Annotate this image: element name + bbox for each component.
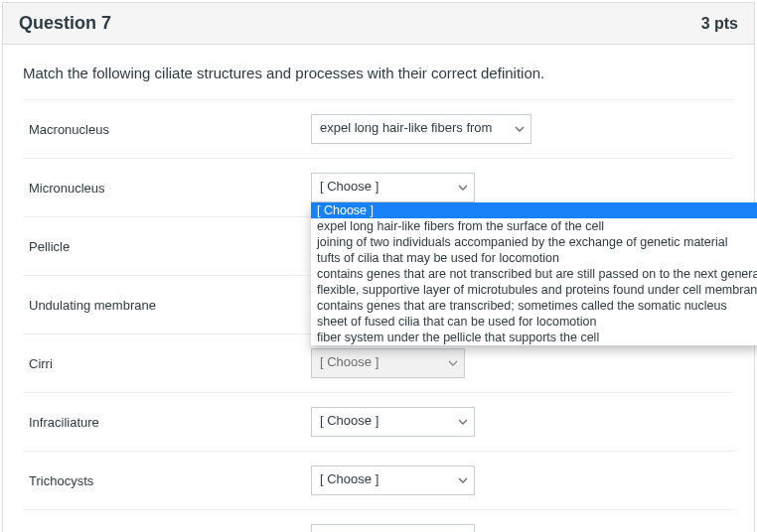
dropdown-option[interactable]: fiber system under the pellicle that sup… [311, 330, 757, 345]
question-points: 3 pts [701, 15, 738, 33]
match-select[interactable]: [ Choose ] [311, 348, 465, 378]
question-body: Match the following ciliate structures a… [3, 45, 754, 532]
match-row: Trichocysts [ Choose ] [23, 451, 734, 509]
select-value: [ Choose ] [320, 413, 378, 428]
match-row: Conjugation [ Choose ] [23, 509, 734, 532]
select-wrap: [ Choose ] [ Choose ] expel long hair-li… [311, 173, 475, 202]
chevron-down-icon [458, 417, 468, 427]
match-select[interactable]: [ Choose ] [311, 466, 475, 495]
select-value: [ Choose ] [320, 471, 378, 486]
match-select[interactable]: [ Choose ] [311, 407, 475, 437]
select-wrap: [ Choose ] [311, 466, 475, 495]
question-title: Question 7 [19, 13, 111, 34]
match-row: Micronucleus [ Choose ] [ Choose ] expel… [23, 158, 734, 216]
dropdown-option[interactable]: contains genes that are transcribed; som… [311, 298, 757, 314]
chevron-down-icon [458, 183, 468, 193]
chevron-down-icon [448, 358, 458, 368]
match-label: Infraciliature [23, 415, 311, 430]
dropdown-listbox[interactable]: [ Choose ] expel long hair-like fibers f… [311, 202, 757, 345]
question-prompt: Match the following ciliate structures a… [23, 65, 734, 81]
dropdown-option[interactable]: sheet of fused cilia that can be used fo… [311, 314, 757, 330]
select-value: [ Choose ] [320, 354, 378, 369]
match-select[interactable]: [ Choose ] [311, 524, 475, 532]
select-wrap: [ Choose ] [311, 407, 475, 437]
match-label: Micronucleus [23, 181, 311, 196]
select-value: expel long hair-like fibers from [320, 120, 492, 135]
match-row: Macronucleus expel long hair-like fibers… [23, 99, 734, 158]
chevron-down-icon [515, 124, 525, 134]
select-wrap: [ Choose ] [311, 524, 475, 532]
dropdown-option[interactable]: tufts of cilia that may be used for loco… [311, 250, 757, 266]
select-wrap: expel long hair-like fibers from [311, 114, 531, 144]
match-label: Macronucleus [23, 122, 311, 137]
match-label: Trichocysts [23, 473, 311, 488]
dropdown-option[interactable]: expel long hair-like fibers from the sur… [311, 218, 757, 234]
match-label: Undulating membrane [23, 298, 311, 313]
match-select[interactable]: expel long hair-like fibers from [311, 114, 531, 144]
question-header: Question 7 3 pts [3, 3, 754, 45]
dropdown-option[interactable]: joining of two individuals accompanied b… [311, 234, 757, 250]
chevron-down-icon [458, 475, 468, 485]
match-select[interactable]: [ Choose ] [311, 173, 475, 202]
select-value: [ Choose ] [320, 179, 378, 194]
match-label: Cirri [23, 356, 311, 371]
match-row: Infraciliature [ Choose ] [23, 392, 734, 451]
select-wrap: [ Choose ] [311, 348, 465, 378]
dropdown-option[interactable]: flexible, supportive layer of microtubul… [311, 282, 757, 298]
dropdown-option[interactable]: [ Choose ] [311, 202, 757, 218]
dropdown-option[interactable]: contains genes that are not transcribed … [311, 266, 757, 282]
match-label: Pellicle [23, 239, 311, 254]
question-card: Question 7 3 pts Match the following cil… [2, 2, 755, 532]
